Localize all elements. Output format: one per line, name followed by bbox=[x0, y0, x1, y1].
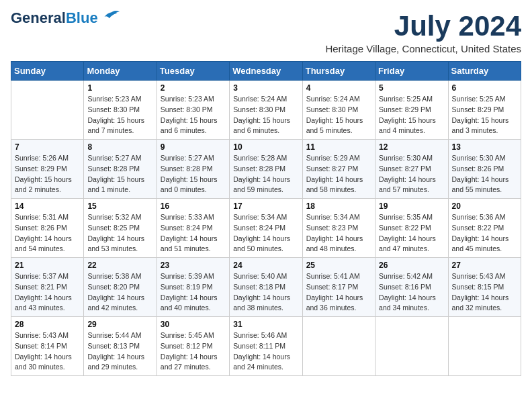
day-info: Sunrise: 5:26 AMSunset: 8:29 PMDaylight:… bbox=[15, 153, 80, 195]
day-number: 26 bbox=[379, 261, 444, 270]
day-info: Sunrise: 5:46 AMSunset: 8:11 PMDaylight:… bbox=[233, 330, 298, 373]
logo-text: GeneralBlue bbox=[11, 11, 98, 26]
day-info: Sunrise: 5:44 AMSunset: 8:13 PMDaylight:… bbox=[87, 330, 152, 373]
day-info: Sunrise: 5:34 AMSunset: 8:23 PMDaylight:… bbox=[306, 212, 371, 255]
day-number: 11 bbox=[306, 142, 371, 152]
day-info: Sunrise: 5:36 AMSunset: 8:22 PMDaylight:… bbox=[452, 212, 517, 255]
calendar-cell: 5Sunrise: 5:25 AMSunset: 8:29 PMDaylight… bbox=[375, 81, 448, 140]
calendar-cell: 16Sunrise: 5:33 AMSunset: 8:24 PMDayligh… bbox=[157, 199, 229, 258]
calendar-cell: 8Sunrise: 5:27 AMSunset: 8:28 PMDaylight… bbox=[84, 140, 157, 199]
day-info: Sunrise: 5:45 AMSunset: 8:12 PMDaylight:… bbox=[161, 330, 226, 373]
day-info: Sunrise: 5:35 AMSunset: 8:22 PMDaylight:… bbox=[379, 212, 444, 255]
day-info: Sunrise: 5:30 AMSunset: 8:26 PMDaylight:… bbox=[452, 153, 517, 195]
calendar-table: SundayMondayTuesdayWednesdayThursdayFrid… bbox=[11, 61, 521, 376]
day-info: Sunrise: 5:29 AMSunset: 8:27 PMDaylight:… bbox=[306, 153, 371, 195]
calendar-cell bbox=[448, 317, 521, 376]
column-header-monday: Monday bbox=[84, 62, 157, 81]
day-number: 4 bbox=[306, 83, 371, 93]
day-info: Sunrise: 5:34 AMSunset: 8:24 PMDaylight:… bbox=[233, 212, 298, 255]
day-number: 31 bbox=[233, 320, 298, 329]
day-info: Sunrise: 5:28 AMSunset: 8:28 PMDaylight:… bbox=[233, 153, 298, 195]
month-title: July 2024 bbox=[325, 11, 521, 42]
day-number: 29 bbox=[87, 320, 152, 329]
day-info: Sunrise: 5:24 AMSunset: 8:30 PMDaylight:… bbox=[306, 94, 371, 136]
calendar-cell: 3Sunrise: 5:24 AMSunset: 8:30 PMDaylight… bbox=[230, 81, 302, 140]
calendar-cell: 9Sunrise: 5:27 AMSunset: 8:28 PMDaylight… bbox=[157, 140, 229, 199]
day-number: 23 bbox=[161, 261, 226, 270]
day-number: 10 bbox=[233, 142, 298, 152]
day-info: Sunrise: 5:43 AMSunset: 8:14 PMDaylight:… bbox=[15, 330, 80, 373]
day-number: 28 bbox=[15, 320, 80, 329]
calendar-cell: 11Sunrise: 5:29 AMSunset: 8:27 PMDayligh… bbox=[302, 140, 375, 199]
day-info: Sunrise: 5:23 AMSunset: 8:30 PMDaylight:… bbox=[87, 94, 152, 136]
calendar-week-row: 7Sunrise: 5:26 AMSunset: 8:29 PMDaylight… bbox=[11, 140, 521, 199]
day-info: Sunrise: 5:43 AMSunset: 8:15 PMDaylight:… bbox=[452, 271, 517, 314]
day-number: 8 bbox=[87, 142, 152, 152]
calendar-cell: 14Sunrise: 5:31 AMSunset: 8:26 PMDayligh… bbox=[11, 199, 84, 258]
day-info: Sunrise: 5:30 AMSunset: 8:27 PMDaylight:… bbox=[379, 153, 444, 195]
calendar-header-row: SundayMondayTuesdayWednesdayThursdayFrid… bbox=[11, 62, 521, 81]
calendar-cell: 12Sunrise: 5:30 AMSunset: 8:27 PMDayligh… bbox=[375, 140, 448, 199]
day-number: 6 bbox=[452, 83, 517, 93]
day-number: 14 bbox=[15, 201, 80, 211]
day-number: 18 bbox=[306, 201, 371, 211]
calendar-cell: 25Sunrise: 5:41 AMSunset: 8:17 PMDayligh… bbox=[302, 258, 375, 317]
day-number: 25 bbox=[306, 261, 371, 270]
day-number: 27 bbox=[452, 261, 517, 270]
day-number: 1 bbox=[87, 83, 152, 93]
day-number: 12 bbox=[379, 142, 444, 152]
calendar-cell: 10Sunrise: 5:28 AMSunset: 8:28 PMDayligh… bbox=[230, 140, 302, 199]
day-info: Sunrise: 5:40 AMSunset: 8:18 PMDaylight:… bbox=[233, 271, 298, 314]
calendar-week-row: 1Sunrise: 5:23 AMSunset: 8:30 PMDaylight… bbox=[11, 81, 521, 140]
day-info: Sunrise: 5:31 AMSunset: 8:26 PMDaylight:… bbox=[15, 212, 80, 255]
day-info: Sunrise: 5:33 AMSunset: 8:24 PMDaylight:… bbox=[161, 212, 226, 255]
calendar-week-row: 21Sunrise: 5:37 AMSunset: 8:21 PMDayligh… bbox=[11, 258, 521, 317]
calendar-cell: 6Sunrise: 5:25 AMSunset: 8:29 PMDaylight… bbox=[448, 81, 521, 140]
calendar-cell: 23Sunrise: 5:39 AMSunset: 8:19 PMDayligh… bbox=[157, 258, 229, 317]
day-number: 9 bbox=[161, 142, 226, 152]
calendar-cell: 15Sunrise: 5:32 AMSunset: 8:25 PMDayligh… bbox=[84, 199, 157, 258]
day-info: Sunrise: 5:39 AMSunset: 8:19 PMDaylight:… bbox=[161, 271, 226, 314]
day-info: Sunrise: 5:27 AMSunset: 8:28 PMDaylight:… bbox=[161, 153, 226, 195]
title-area: July 2024 Heritage Village, Connecticut,… bbox=[325, 11, 521, 54]
day-info: Sunrise: 5:42 AMSunset: 8:16 PMDaylight:… bbox=[379, 271, 444, 314]
column-header-tuesday: Tuesday bbox=[157, 62, 229, 81]
day-number: 22 bbox=[87, 261, 152, 270]
calendar-cell: 13Sunrise: 5:30 AMSunset: 8:26 PMDayligh… bbox=[448, 140, 521, 199]
calendar-cell: 18Sunrise: 5:34 AMSunset: 8:23 PMDayligh… bbox=[302, 199, 375, 258]
calendar-cell: 7Sunrise: 5:26 AMSunset: 8:29 PMDaylight… bbox=[11, 140, 84, 199]
day-number: 13 bbox=[452, 142, 517, 152]
calendar-cell bbox=[11, 81, 84, 140]
day-info: Sunrise: 5:27 AMSunset: 8:28 PMDaylight:… bbox=[87, 153, 152, 195]
day-number: 30 bbox=[161, 320, 226, 329]
calendar-cell bbox=[302, 317, 375, 376]
logo: GeneralBlue bbox=[11, 11, 120, 26]
calendar-cell: 2Sunrise: 5:23 AMSunset: 8:30 PMDaylight… bbox=[157, 81, 229, 140]
day-info: Sunrise: 5:37 AMSunset: 8:21 PMDaylight:… bbox=[15, 271, 80, 314]
calendar-week-row: 14Sunrise: 5:31 AMSunset: 8:26 PMDayligh… bbox=[11, 199, 521, 258]
day-number: 15 bbox=[87, 201, 152, 211]
day-number: 3 bbox=[233, 83, 298, 93]
day-info: Sunrise: 5:24 AMSunset: 8:30 PMDaylight:… bbox=[233, 94, 298, 136]
logo-bird-icon bbox=[99, 9, 120, 22]
calendar-cell: 4Sunrise: 5:24 AMSunset: 8:30 PMDaylight… bbox=[302, 81, 375, 140]
calendar-cell: 31Sunrise: 5:46 AMSunset: 8:11 PMDayligh… bbox=[230, 317, 302, 376]
calendar-cell bbox=[375, 317, 448, 376]
day-number: 21 bbox=[15, 261, 80, 270]
day-number: 16 bbox=[161, 201, 226, 211]
calendar-cell: 27Sunrise: 5:43 AMSunset: 8:15 PMDayligh… bbox=[448, 258, 521, 317]
day-info: Sunrise: 5:23 AMSunset: 8:30 PMDaylight:… bbox=[161, 94, 226, 136]
calendar-cell: 1Sunrise: 5:23 AMSunset: 8:30 PMDaylight… bbox=[84, 81, 157, 140]
day-number: 24 bbox=[233, 261, 298, 270]
calendar-cell: 28Sunrise: 5:43 AMSunset: 8:14 PMDayligh… bbox=[11, 317, 84, 376]
calendar-cell: 17Sunrise: 5:34 AMSunset: 8:24 PMDayligh… bbox=[230, 199, 302, 258]
day-number: 17 bbox=[233, 201, 298, 211]
day-number: 7 bbox=[15, 142, 80, 152]
column-header-saturday: Saturday bbox=[448, 62, 521, 81]
column-header-wednesday: Wednesday bbox=[230, 62, 302, 81]
column-header-friday: Friday bbox=[375, 62, 448, 81]
day-number: 2 bbox=[161, 83, 226, 93]
day-info: Sunrise: 5:41 AMSunset: 8:17 PMDaylight:… bbox=[306, 271, 371, 314]
calendar-cell: 24Sunrise: 5:40 AMSunset: 8:18 PMDayligh… bbox=[230, 258, 302, 317]
day-number: 20 bbox=[452, 201, 517, 211]
